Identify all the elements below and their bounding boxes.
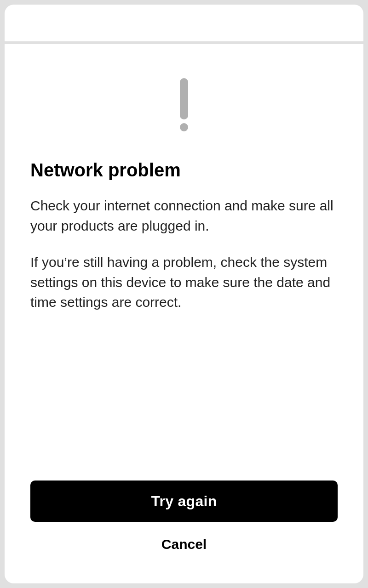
error-description-1: Check your internet connection and make …	[30, 196, 338, 236]
exclamation-bar	[180, 78, 188, 119]
icon-area	[30, 78, 338, 131]
error-title: Network problem	[30, 159, 338, 181]
top-divider	[5, 41, 363, 44]
warning-icon	[180, 78, 188, 131]
error-card: Network problem Check your internet conn…	[5, 5, 363, 583]
error-description-2: If you’re still having a problem, check …	[30, 252, 338, 312]
button-area: Try again Cancel	[30, 481, 338, 556]
try-again-button[interactable]: Try again	[30, 481, 338, 522]
cancel-button[interactable]: Cancel	[161, 533, 207, 556]
exclamation-dot	[180, 123, 188, 131]
